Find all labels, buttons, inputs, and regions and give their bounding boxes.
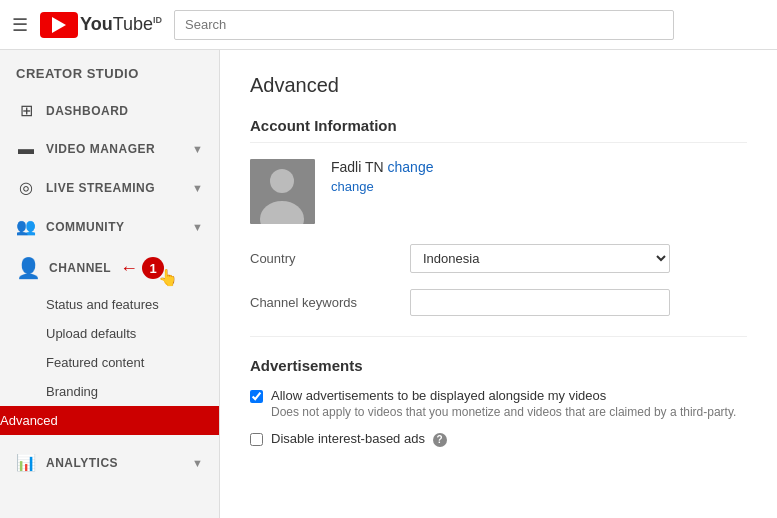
- sidebar-item-label: LIVE STREAMING: [46, 181, 182, 195]
- chevron-down-icon: ▼: [192, 182, 203, 194]
- chevron-down-icon: ▼: [192, 221, 203, 233]
- sidebar-item-community[interactable]: 👥 COMMUNITY ▼: [0, 207, 219, 246]
- profile-change-link[interactable]: change: [388, 159, 434, 175]
- youtube-logo: YouTubeID: [40, 12, 162, 38]
- community-icon: 👥: [16, 217, 36, 236]
- annotation-arrow-2: ←: [209, 410, 220, 431]
- disable-interest-checkbox[interactable]: [250, 433, 263, 446]
- sidebar-subitem-status-features[interactable]: Status and features: [46, 290, 219, 319]
- country-select[interactable]: IndonesiaOther: [410, 244, 670, 273]
- ads-section-title: Advertisements: [250, 357, 747, 374]
- channel-keywords-row: Channel keywords: [250, 289, 747, 316]
- account-info-section-title: Account Information: [250, 117, 747, 143]
- cursor-hand-icon: 👆: [158, 268, 178, 287]
- allow-ads-main-label: Allow advertisements to be displayed alo…: [271, 388, 736, 403]
- page-title: Advanced: [250, 74, 747, 97]
- sidebar-item-dashboard[interactable]: ⊞ DASHBOARD: [0, 91, 219, 130]
- sidebar-item-live-streaming[interactable]: ◎ LIVE STREAMING ▼: [0, 168, 219, 207]
- video-manager-icon: ▬: [16, 140, 36, 158]
- channel-icon: 👤: [16, 256, 41, 280]
- sidebar-subitem-branding[interactable]: Branding: [46, 377, 219, 406]
- sidebar-item-label: ANALYTICS: [46, 456, 182, 470]
- main-content: Advanced Account Information Fadli TN ch…: [220, 50, 777, 518]
- dashboard-icon: ⊞: [16, 101, 36, 120]
- chevron-down-icon: ▼: [192, 457, 203, 469]
- logo-text: YouTubeID: [80, 14, 162, 35]
- help-icon[interactable]: ?: [433, 433, 447, 447]
- sidebar-item-video-manager[interactable]: ▬ VIDEO MANAGER ▼: [0, 130, 219, 168]
- profile-change-link-2[interactable]: change: [331, 179, 374, 194]
- search-input[interactable]: [174, 10, 674, 40]
- sidebar-subitem-advanced[interactable]: Advanced: [0, 406, 220, 435]
- topbar: ☰ YouTubeID: [0, 0, 777, 50]
- analytics-icon: 📊: [16, 453, 36, 472]
- channel-keywords-label: Channel keywords: [250, 295, 410, 310]
- allow-ads-sub-label: Does not apply to videos that you moneti…: [271, 405, 736, 419]
- svg-point-1: [270, 169, 294, 193]
- channel-submenu: Status and features Upload defaults Feat…: [0, 290, 219, 435]
- profile-thumbnail: [250, 159, 315, 224]
- disable-interest-label: Disable interest-based ads: [271, 431, 425, 446]
- country-label: Country: [250, 251, 410, 266]
- creator-studio-label: CREATOR STUDIO: [0, 50, 219, 91]
- sidebar-item-label: VIDEO MANAGER: [46, 142, 182, 156]
- sidebar-item-channel[interactable]: 👤 CHANNEL ← 1 👆: [0, 246, 219, 290]
- channel-keywords-input[interactable]: [410, 289, 670, 316]
- annotation-arrow-1: ←: [120, 258, 138, 279]
- sidebar: CREATOR STUDIO ⊞ DASHBOARD ▬ VIDEO MANAG…: [0, 50, 220, 518]
- sidebar-subitem-featured-content[interactable]: Featured content: [46, 348, 219, 377]
- disable-interest-row: Disable interest-based ads ?: [250, 431, 747, 447]
- sidebar-item-label: DASHBOARD: [46, 104, 203, 118]
- profile-image: [250, 159, 315, 224]
- live-streaming-icon: ◎: [16, 178, 36, 197]
- hamburger-icon[interactable]: ☰: [12, 14, 28, 36]
- channel-label: CHANNEL: [49, 261, 111, 275]
- allow-ads-row: Allow advertisements to be displayed alo…: [250, 388, 747, 419]
- allow-ads-checkbox[interactable]: [250, 390, 263, 403]
- chevron-down-icon: ▼: [192, 143, 203, 155]
- allow-ads-label-group: Allow advertisements to be displayed alo…: [271, 388, 736, 419]
- sidebar-item-analytics[interactable]: 📊 ANALYTICS ▼: [0, 443, 219, 482]
- profile-name: Fadli TN change: [331, 159, 433, 175]
- sidebar-item-label: COMMUNITY: [46, 220, 182, 234]
- main-layout: CREATOR STUDIO ⊞ DASHBOARD ▬ VIDEO MANAG…: [0, 50, 777, 518]
- account-info-row: Fadli TN change change: [250, 159, 747, 224]
- disable-interest-label-group: Disable interest-based ads ?: [271, 431, 447, 447]
- country-row: Country IndonesiaOther: [250, 244, 747, 273]
- profile-info: Fadli TN change change: [331, 159, 433, 194]
- sidebar-subitem-upload-defaults[interactable]: Upload defaults: [46, 319, 219, 348]
- section-divider: [250, 336, 747, 337]
